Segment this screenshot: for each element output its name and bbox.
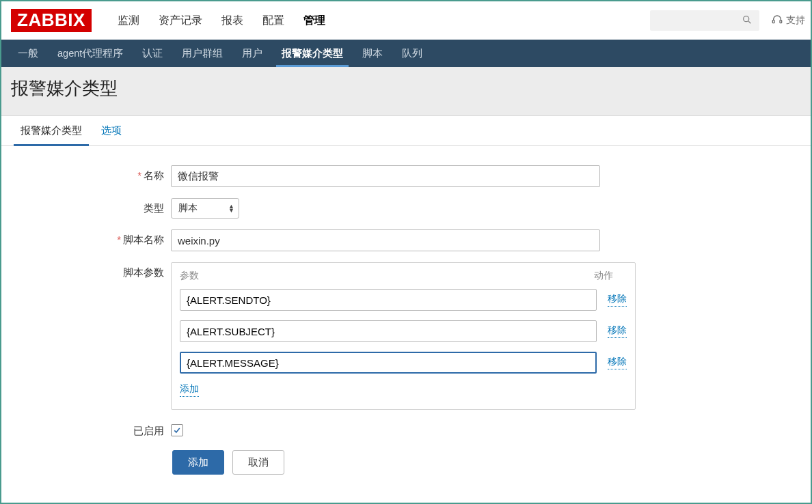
type-select[interactable]: 脚本 ▲▼ bbox=[171, 198, 239, 219]
subnav-queue[interactable]: 队列 bbox=[392, 40, 432, 67]
params-header-action: 动作 bbox=[594, 270, 627, 282]
svg-rect-3 bbox=[780, 20, 782, 23]
page-title: 报警媒介类型 bbox=[11, 76, 801, 100]
subnav-user-groups[interactable]: 用户群组 bbox=[172, 40, 232, 67]
form-tabs: 报警媒介类型 选项 bbox=[1, 116, 811, 146]
param-remove-link[interactable]: 移除 bbox=[608, 293, 627, 307]
search-input[interactable] bbox=[650, 10, 759, 31]
form-buttons: 添加 取消 bbox=[172, 450, 811, 475]
search-icon bbox=[742, 14, 753, 27]
page-heading: 报警媒介类型 bbox=[1, 67, 811, 116]
param-input-0[interactable] bbox=[180, 289, 597, 311]
param-input-1[interactable] bbox=[180, 320, 597, 342]
required-indicator: * bbox=[117, 234, 121, 245]
subnav-proxies[interactable]: agent代理程序 bbox=[48, 40, 133, 67]
add-param-link[interactable]: 添加 bbox=[180, 383, 199, 397]
headset-icon bbox=[772, 14, 783, 27]
submit-button[interactable]: 添加 bbox=[172, 450, 224, 475]
zabbix-logo[interactable]: ZABBIX bbox=[11, 9, 92, 32]
form-area: *名称 类型 脚本 ▲▼ *脚本名称 bbox=[1, 146, 811, 488]
param-input-2[interactable] bbox=[180, 352, 597, 374]
sub-nav: 一般 agent代理程序 认证 用户群组 用户 报警媒介类型 脚本 队列 bbox=[1, 40, 811, 67]
subnav-users[interactable]: 用户 bbox=[232, 40, 272, 67]
subnav-scripts[interactable]: 脚本 bbox=[353, 40, 392, 67]
support-link[interactable]: 支持 bbox=[772, 14, 805, 27]
nav-administration[interactable]: 管理 bbox=[294, 1, 335, 40]
subnav-auth[interactable]: 认证 bbox=[133, 40, 172, 67]
script-name-label: *脚本名称 bbox=[1, 229, 171, 247]
param-remove-link[interactable]: 移除 bbox=[608, 324, 627, 338]
required-indicator: * bbox=[137, 169, 141, 181]
top-nav: 监测 资产记录 报表 配置 管理 bbox=[108, 1, 650, 40]
svg-line-1 bbox=[748, 21, 750, 23]
enabled-label: 已启用 bbox=[1, 421, 171, 438]
nav-configuration[interactable]: 配置 bbox=[253, 1, 294, 40]
params-header-param: 参数 bbox=[180, 270, 594, 282]
top-bar: ZABBIX 监测 资产记录 报表 配置 管理 支持 bbox=[1, 1, 811, 40]
type-selected-value: 脚本 bbox=[178, 202, 198, 214]
svg-rect-2 bbox=[772, 20, 774, 23]
support-label: 支持 bbox=[786, 14, 805, 27]
tab-media-type[interactable]: 报警媒介类型 bbox=[11, 116, 92, 145]
param-remove-link[interactable]: 移除 bbox=[608, 356, 627, 369]
tab-options[interactable]: 选项 bbox=[92, 116, 131, 145]
name-label: *名称 bbox=[1, 165, 171, 182]
param-row: 移除 bbox=[180, 352, 627, 374]
nav-reports[interactable]: 报表 bbox=[212, 1, 253, 40]
svg-point-0 bbox=[744, 16, 749, 21]
top-right: 支持 bbox=[650, 10, 805, 31]
subnav-media-types[interactable]: 报警媒介类型 bbox=[272, 40, 353, 67]
subnav-general[interactable]: 一般 bbox=[8, 40, 48, 67]
script-params-label: 脚本参数 bbox=[1, 262, 171, 279]
nav-inventory[interactable]: 资产记录 bbox=[149, 1, 212, 40]
cancel-button[interactable]: 取消 bbox=[232, 450, 284, 475]
param-row: 移除 bbox=[180, 289, 627, 311]
enabled-checkbox[interactable] bbox=[171, 424, 183, 436]
nav-monitoring[interactable]: 监测 bbox=[108, 1, 149, 40]
script-params-box: 参数 动作 移除 移除 移除 bbox=[171, 262, 636, 410]
chevron-updown-icon: ▲▼ bbox=[228, 204, 234, 212]
script-name-input[interactable] bbox=[171, 229, 600, 251]
type-label: 类型 bbox=[1, 198, 171, 215]
name-input[interactable] bbox=[171, 165, 600, 187]
param-row: 移除 bbox=[180, 320, 627, 342]
